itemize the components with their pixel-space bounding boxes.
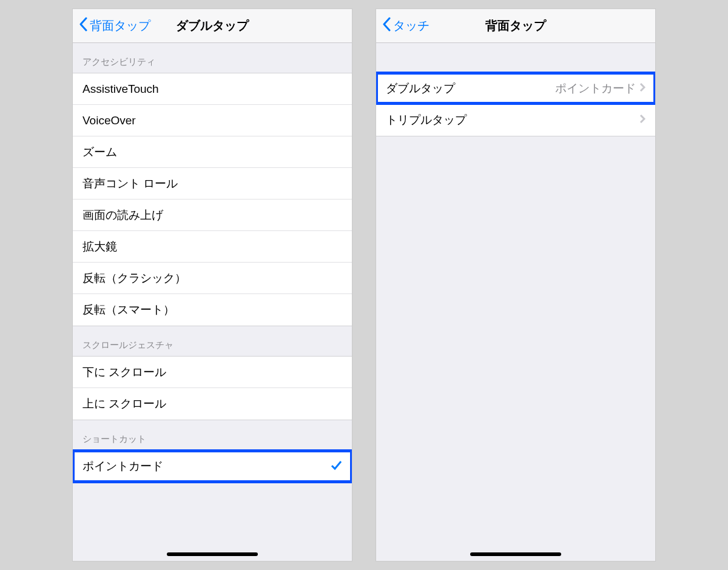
chevron-left-icon xyxy=(79,17,90,35)
accessibility-list: AssistiveTouch VoiceOver ズーム 音声コント ロール 画… xyxy=(73,73,352,326)
row-value: ポイントカード xyxy=(555,81,636,96)
row-label: 画面の読み上げ xyxy=(83,207,163,223)
row-label: 反転（スマート） xyxy=(83,302,175,318)
list-item[interactable]: 反転（クラシック） xyxy=(73,263,352,294)
scroll-list: 下に スクロール 上に スクロール xyxy=(73,356,352,420)
row-triple-tap[interactable]: トリプルタップ xyxy=(376,104,655,136)
back-button-right[interactable]: タッチ xyxy=(382,17,430,35)
checkmark-icon xyxy=(330,459,342,474)
spacer-header xyxy=(376,43,655,72)
navbar-right: タッチ 背面タップ xyxy=(376,9,655,43)
row-label: ポイントカード xyxy=(83,458,163,474)
back-label-right: タッチ xyxy=(393,18,430,34)
row-label: VoiceOver xyxy=(83,114,136,127)
back-button-left[interactable]: 背面タップ xyxy=(79,17,150,35)
chevron-right-icon xyxy=(639,114,645,126)
list-item-selected[interactable]: ポイントカード xyxy=(73,451,352,482)
chevron-right-icon xyxy=(639,82,645,95)
shortcut-list: ポイントカード xyxy=(73,450,352,483)
content-right: ダブルタップ ポイントカード トリプルタップ xyxy=(376,43,655,561)
chevron-left-icon xyxy=(382,17,393,35)
list-item[interactable]: 反転（スマート） xyxy=(73,294,352,326)
list-item[interactable]: ズーム xyxy=(73,136,352,168)
row-label: 下に スクロール xyxy=(83,364,166,380)
list-item[interactable]: VoiceOver xyxy=(73,105,352,136)
phone-screen-right: タッチ 背面タップ ダブルタップ ポイントカード トリプルタップ xyxy=(376,9,655,561)
row-label: 反転（クラシック） xyxy=(83,270,186,286)
back-label-left: 背面タップ xyxy=(90,18,150,34)
row-label: 音声コント ロール xyxy=(83,176,178,192)
row-label: 拡大鏡 xyxy=(83,239,117,255)
row-label: AssistiveTouch xyxy=(83,82,159,96)
home-indicator[interactable] xyxy=(470,552,561,556)
row-label: 上に スクロール xyxy=(83,396,166,412)
backtap-list: ダブルタップ ポイントカード トリプルタップ xyxy=(376,72,655,136)
row-label: トリプルタップ xyxy=(386,112,467,128)
navbar-left: 背面タップ ダブルタップ xyxy=(73,9,352,43)
row-double-tap[interactable]: ダブルタップ ポイントカード xyxy=(376,73,655,104)
list-item[interactable]: 音声コント ロール xyxy=(73,168,352,200)
section-header-shortcut: ショートカット xyxy=(73,420,352,450)
row-label: ズーム xyxy=(83,144,117,160)
section-header-scroll: スクロールジェスチャ xyxy=(73,326,352,356)
list-item[interactable]: AssistiveTouch xyxy=(73,73,352,105)
list-item[interactable]: 拡大鏡 xyxy=(73,231,352,263)
home-indicator[interactable] xyxy=(167,552,258,556)
list-item[interactable]: 上に スクロール xyxy=(73,388,352,420)
row-label: ダブルタップ xyxy=(386,81,455,96)
list-item[interactable]: 画面の読み上げ xyxy=(73,200,352,231)
phone-screen-left: 背面タップ ダブルタップ アクセシビリティ AssistiveTouch Voi… xyxy=(73,9,352,561)
section-header-accessibility: アクセシビリティ xyxy=(73,43,352,73)
list-item[interactable]: 下に スクロール xyxy=(73,357,352,388)
content-left: アクセシビリティ AssistiveTouch VoiceOver ズーム 音声… xyxy=(73,43,352,561)
